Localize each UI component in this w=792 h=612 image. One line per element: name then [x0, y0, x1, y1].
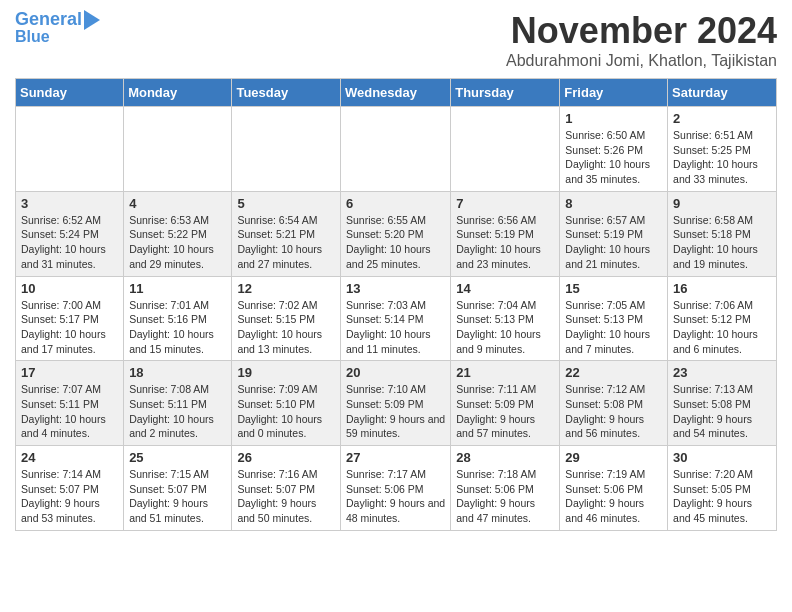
day-cell: 25Sunrise: 7:15 AM Sunset: 5:07 PM Dayli… [124, 446, 232, 531]
header-cell-thursday: Thursday [451, 79, 560, 107]
day-cell [340, 107, 450, 192]
day-number: 20 [346, 365, 445, 380]
calendar-table: SundayMondayTuesdayWednesdayThursdayFrid… [15, 78, 777, 531]
day-cell: 15Sunrise: 7:05 AM Sunset: 5:13 PM Dayli… [560, 276, 668, 361]
day-info: Sunrise: 6:53 AM Sunset: 5:22 PM Dayligh… [129, 213, 226, 272]
day-info: Sunrise: 7:11 AM Sunset: 5:09 PM Dayligh… [456, 382, 554, 441]
day-info: Sunrise: 7:01 AM Sunset: 5:16 PM Dayligh… [129, 298, 226, 357]
day-cell: 26Sunrise: 7:16 AM Sunset: 5:07 PM Dayli… [232, 446, 341, 531]
header-cell-monday: Monday [124, 79, 232, 107]
day-number: 13 [346, 281, 445, 296]
day-cell [124, 107, 232, 192]
day-info: Sunrise: 6:57 AM Sunset: 5:19 PM Dayligh… [565, 213, 662, 272]
day-cell: 2Sunrise: 6:51 AM Sunset: 5:25 PM Daylig… [668, 107, 777, 192]
day-info: Sunrise: 6:58 AM Sunset: 5:18 PM Dayligh… [673, 213, 771, 272]
day-number: 26 [237, 450, 335, 465]
month-title: November 2024 [506, 10, 777, 52]
day-number: 19 [237, 365, 335, 380]
day-info: Sunrise: 6:50 AM Sunset: 5:26 PM Dayligh… [565, 128, 662, 187]
day-cell: 6Sunrise: 6:55 AM Sunset: 5:20 PM Daylig… [340, 191, 450, 276]
day-info: Sunrise: 7:18 AM Sunset: 5:06 PM Dayligh… [456, 467, 554, 526]
day-number: 21 [456, 365, 554, 380]
day-number: 23 [673, 365, 771, 380]
day-info: Sunrise: 7:03 AM Sunset: 5:14 PM Dayligh… [346, 298, 445, 357]
day-info: Sunrise: 6:52 AM Sunset: 5:24 PM Dayligh… [21, 213, 118, 272]
header-cell-wednesday: Wednesday [340, 79, 450, 107]
day-info: Sunrise: 6:54 AM Sunset: 5:21 PM Dayligh… [237, 213, 335, 272]
day-cell: 18Sunrise: 7:08 AM Sunset: 5:11 PM Dayli… [124, 361, 232, 446]
location: Abdurahmoni Jomi, Khatlon, Tajikistan [506, 52, 777, 70]
day-cell: 19Sunrise: 7:09 AM Sunset: 5:10 PM Dayli… [232, 361, 341, 446]
day-number: 6 [346, 196, 445, 211]
day-number: 1 [565, 111, 662, 126]
week-row-1: 1Sunrise: 6:50 AM Sunset: 5:26 PM Daylig… [16, 107, 777, 192]
day-cell: 21Sunrise: 7:11 AM Sunset: 5:09 PM Dayli… [451, 361, 560, 446]
day-info: Sunrise: 7:06 AM Sunset: 5:12 PM Dayligh… [673, 298, 771, 357]
day-cell [16, 107, 124, 192]
day-cell: 9Sunrise: 6:58 AM Sunset: 5:18 PM Daylig… [668, 191, 777, 276]
day-info: Sunrise: 7:05 AM Sunset: 5:13 PM Dayligh… [565, 298, 662, 357]
week-row-3: 10Sunrise: 7:00 AM Sunset: 5:17 PM Dayli… [16, 276, 777, 361]
day-number: 17 [21, 365, 118, 380]
day-info: Sunrise: 7:09 AM Sunset: 5:10 PM Dayligh… [237, 382, 335, 441]
title-block: November 2024 Abdurahmoni Jomi, Khatlon,… [506, 10, 777, 70]
day-number: 29 [565, 450, 662, 465]
day-cell: 1Sunrise: 6:50 AM Sunset: 5:26 PM Daylig… [560, 107, 668, 192]
header-cell-saturday: Saturday [668, 79, 777, 107]
day-info: Sunrise: 7:20 AM Sunset: 5:05 PM Dayligh… [673, 467, 771, 526]
header-cell-sunday: Sunday [16, 79, 124, 107]
day-number: 16 [673, 281, 771, 296]
day-cell: 10Sunrise: 7:00 AM Sunset: 5:17 PM Dayli… [16, 276, 124, 361]
week-row-2: 3Sunrise: 6:52 AM Sunset: 5:24 PM Daylig… [16, 191, 777, 276]
day-cell: 16Sunrise: 7:06 AM Sunset: 5:12 PM Dayli… [668, 276, 777, 361]
day-cell: 3Sunrise: 6:52 AM Sunset: 5:24 PM Daylig… [16, 191, 124, 276]
logo-general: General [15, 9, 82, 29]
day-cell: 22Sunrise: 7:12 AM Sunset: 5:08 PM Dayli… [560, 361, 668, 446]
day-cell: 5Sunrise: 6:54 AM Sunset: 5:21 PM Daylig… [232, 191, 341, 276]
day-cell: 7Sunrise: 6:56 AM Sunset: 5:19 PM Daylig… [451, 191, 560, 276]
day-cell: 8Sunrise: 6:57 AM Sunset: 5:19 PM Daylig… [560, 191, 668, 276]
day-number: 3 [21, 196, 118, 211]
day-cell: 29Sunrise: 7:19 AM Sunset: 5:06 PM Dayli… [560, 446, 668, 531]
day-info: Sunrise: 6:51 AM Sunset: 5:25 PM Dayligh… [673, 128, 771, 187]
day-info: Sunrise: 7:17 AM Sunset: 5:06 PM Dayligh… [346, 467, 445, 526]
day-cell: 11Sunrise: 7:01 AM Sunset: 5:16 PM Dayli… [124, 276, 232, 361]
day-cell: 17Sunrise: 7:07 AM Sunset: 5:11 PM Dayli… [16, 361, 124, 446]
day-number: 2 [673, 111, 771, 126]
header-cell-tuesday: Tuesday [232, 79, 341, 107]
week-row-5: 24Sunrise: 7:14 AM Sunset: 5:07 PM Dayli… [16, 446, 777, 531]
day-info: Sunrise: 7:12 AM Sunset: 5:08 PM Dayligh… [565, 382, 662, 441]
day-number: 5 [237, 196, 335, 211]
day-number: 10 [21, 281, 118, 296]
page: General Blue November 2024 Abdurahmoni J… [0, 0, 792, 541]
day-number: 7 [456, 196, 554, 211]
week-row-4: 17Sunrise: 7:07 AM Sunset: 5:11 PM Dayli… [16, 361, 777, 446]
day-info: Sunrise: 7:16 AM Sunset: 5:07 PM Dayligh… [237, 467, 335, 526]
day-number: 15 [565, 281, 662, 296]
day-cell: 13Sunrise: 7:03 AM Sunset: 5:14 PM Dayli… [340, 276, 450, 361]
day-info: Sunrise: 6:55 AM Sunset: 5:20 PM Dayligh… [346, 213, 445, 272]
day-number: 11 [129, 281, 226, 296]
logo-blue: Blue [15, 28, 50, 46]
day-info: Sunrise: 6:56 AM Sunset: 5:19 PM Dayligh… [456, 213, 554, 272]
day-info: Sunrise: 7:19 AM Sunset: 5:06 PM Dayligh… [565, 467, 662, 526]
day-cell: 4Sunrise: 6:53 AM Sunset: 5:22 PM Daylig… [124, 191, 232, 276]
day-cell: 28Sunrise: 7:18 AM Sunset: 5:06 PM Dayli… [451, 446, 560, 531]
day-number: 9 [673, 196, 771, 211]
day-info: Sunrise: 7:13 AM Sunset: 5:08 PM Dayligh… [673, 382, 771, 441]
day-number: 27 [346, 450, 445, 465]
logo-text: General [15, 10, 82, 30]
day-info: Sunrise: 7:04 AM Sunset: 5:13 PM Dayligh… [456, 298, 554, 357]
day-number: 4 [129, 196, 226, 211]
day-info: Sunrise: 7:10 AM Sunset: 5:09 PM Dayligh… [346, 382, 445, 441]
day-number: 22 [565, 365, 662, 380]
logo-arrow-icon [84, 10, 100, 30]
day-cell: 24Sunrise: 7:14 AM Sunset: 5:07 PM Dayli… [16, 446, 124, 531]
day-cell: 23Sunrise: 7:13 AM Sunset: 5:08 PM Dayli… [668, 361, 777, 446]
day-number: 30 [673, 450, 771, 465]
day-number: 24 [21, 450, 118, 465]
day-number: 18 [129, 365, 226, 380]
day-cell: 30Sunrise: 7:20 AM Sunset: 5:05 PM Dayli… [668, 446, 777, 531]
day-info: Sunrise: 7:08 AM Sunset: 5:11 PM Dayligh… [129, 382, 226, 441]
day-number: 14 [456, 281, 554, 296]
